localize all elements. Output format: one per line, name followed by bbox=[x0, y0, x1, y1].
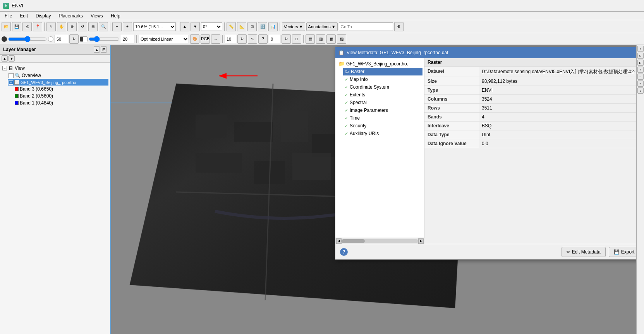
zoom-in-btn[interactable]: + bbox=[123, 22, 132, 31]
meta-value: 98,982,112 bytes bbox=[479, 77, 644, 86]
dtree-security[interactable]: ✓ Security bbox=[343, 122, 422, 130]
panel-btn7[interactable]: ↓ bbox=[637, 87, 644, 94]
panel-btn4[interactable]: + bbox=[637, 67, 644, 73]
view-expand-btn[interactable]: − bbox=[2, 66, 7, 70]
size-btn3[interactable]: ▦ bbox=[326, 34, 336, 44]
dtree-spectral[interactable]: ✓ Spectral bbox=[343, 99, 422, 106]
panel-btn6[interactable]: + bbox=[637, 81, 644, 87]
band-ratio-btn[interactable]: 🔢 bbox=[258, 22, 267, 31]
dtree-coordsys[interactable]: ✓ Coordinate System bbox=[343, 83, 422, 91]
dtree-raster[interactable]: 🗂 Raster bbox=[343, 68, 422, 75]
pixel-btn[interactable]: ⊡ bbox=[247, 22, 257, 31]
arrows-btn[interactable]: ↔ bbox=[211, 34, 220, 44]
rgb-btn[interactable]: RGB bbox=[201, 34, 210, 44]
contrast-dark-btn[interactable] bbox=[80, 36, 88, 42]
stretch-select[interactable]: Optimized Linear bbox=[139, 35, 189, 43]
query-btn[interactable]: ? bbox=[258, 34, 268, 44]
brightness-dark-btn[interactable] bbox=[2, 36, 7, 42]
panel-btn1[interactable]: ↑ bbox=[637, 46, 644, 52]
tree-band1[interactable]: Band 1 (0.4840) bbox=[14, 99, 108, 106]
select-tool-btn[interactable]: ↖ bbox=[46, 22, 56, 31]
brightness-slider[interactable] bbox=[8, 36, 47, 42]
help-button[interactable]: ? bbox=[340, 248, 348, 256]
scroll-right-btn[interactable]: ▶ bbox=[418, 238, 424, 244]
dtree-extents[interactable]: ✓ Extents bbox=[343, 91, 422, 99]
menu-help[interactable]: Help bbox=[108, 12, 124, 19]
panel-btn2[interactable]: S bbox=[637, 53, 644, 59]
scroll-thumb[interactable] bbox=[342, 239, 365, 243]
menu-display[interactable]: Display bbox=[33, 12, 54, 19]
menu-views[interactable]: Views bbox=[88, 12, 106, 19]
vectors-dropdown[interactable]: Vectors ▼ bbox=[282, 22, 305, 31]
vectors-label: Vectors bbox=[284, 24, 298, 29]
tree-hscrollbar[interactable]: ◀ ▶ bbox=[335, 238, 424, 244]
layer-collapse-btn[interactable]: ▲ bbox=[94, 46, 100, 53]
zoom-level-select[interactable]: 19.6% (1:5.1... bbox=[133, 22, 176, 31]
zoom-tool-btn[interactable]: ⊕ bbox=[67, 22, 77, 31]
tree-down-btn[interactable]: ▼ bbox=[9, 55, 15, 62]
print-btn[interactable]: 🖨 bbox=[22, 22, 32, 31]
up-btn[interactable]: ▲ bbox=[180, 22, 189, 31]
area-btn[interactable]: 📐 bbox=[237, 22, 246, 31]
gf1-expand-btn[interactable]: − bbox=[9, 80, 13, 85]
map-canvas[interactable]: 📋 View Metadata: GF1_WFV3_Beijing_rpcort… bbox=[110, 45, 644, 334]
menu-placemarks[interactable]: Placemarks bbox=[55, 12, 86, 19]
tree-band2[interactable]: Band 2 (0.5600) bbox=[14, 92, 108, 99]
edit-metadata-btn[interactable]: ✏ Edit Metadata bbox=[562, 247, 606, 257]
tree-gf1-layer[interactable]: − ✓ GF1_WFV3_Beijing_rpcortho bbox=[8, 79, 108, 86]
size-btn1[interactable]: ▤ bbox=[306, 34, 315, 44]
dtree-auxuris[interactable]: ✓ Auxiliary URIs bbox=[343, 130, 422, 137]
open-file-btn[interactable]: 📂 bbox=[2, 22, 11, 31]
rotate-tool-btn[interactable]: ↺ bbox=[78, 22, 87, 31]
main-area: Layer Manager ▲ ⊞ ▲ ▼ − 🖥 View 🔍 Overvie… bbox=[0, 45, 644, 334]
menu-file[interactable]: File bbox=[2, 12, 15, 19]
gf1-checkbox[interactable]: ✓ bbox=[14, 80, 19, 85]
tree-up-btn[interactable]: ▲ bbox=[2, 55, 8, 62]
save-btn[interactable]: 💾 bbox=[12, 22, 21, 31]
down-btn[interactable]: ▼ bbox=[191, 22, 200, 31]
brightness-value-input[interactable] bbox=[55, 35, 68, 43]
dtree-imageparams[interactable]: ✓ Image Parameters bbox=[343, 106, 422, 114]
annotations-label: Annotations bbox=[308, 24, 331, 29]
dtree-time[interactable]: ✓ Time bbox=[343, 114, 422, 122]
contrast-value-input[interactable] bbox=[121, 35, 134, 43]
refresh3-btn[interactable]: ↻ bbox=[282, 34, 291, 44]
goto-settings-btn[interactable]: ⚙ bbox=[394, 22, 404, 31]
spectra-btn[interactable]: 📊 bbox=[268, 22, 278, 31]
extents-icon: ✓ bbox=[345, 92, 348, 98]
tree-band3[interactable]: Band 3 (0.6650) bbox=[14, 86, 108, 92]
cursor-btn[interactable]: ↖ bbox=[248, 34, 257, 44]
color-table-btn[interactable]: 🎨 bbox=[190, 34, 199, 44]
rotation-select[interactable]: 0° bbox=[201, 22, 222, 31]
pin-btn[interactable]: 📍 bbox=[33, 22, 42, 31]
annotations-dropdown[interactable]: Annotations ▼ bbox=[306, 22, 338, 31]
param1-input[interactable] bbox=[225, 35, 236, 43]
param2-input[interactable] bbox=[269, 35, 280, 43]
panel-btn3[interactable]: R bbox=[637, 60, 644, 66]
meta-table: DatasetD:\Data\remote sensing data\ENVI5… bbox=[424, 67, 644, 244]
size-btn4[interactable]: ▧ bbox=[337, 34, 346, 44]
pan-tool-btn[interactable]: ✋ bbox=[57, 22, 66, 31]
goto-input[interactable] bbox=[339, 22, 393, 31]
brightness-light-btn[interactable] bbox=[48, 36, 53, 42]
refresh2-btn[interactable]: ↻ bbox=[237, 34, 247, 44]
contrast-slider[interactable] bbox=[89, 36, 120, 42]
size-btn2[interactable]: ▥ bbox=[316, 34, 325, 44]
refresh-btn[interactable]: ↻ bbox=[69, 34, 79, 44]
menu-edit[interactable]: Edit bbox=[17, 12, 31, 19]
dtree-root[interactable]: 📁 GF1_WFV3_Beijing_rpcortho. bbox=[337, 60, 422, 68]
tree-view-root[interactable]: − 🖥 View bbox=[2, 64, 108, 72]
svg-rect-7 bbox=[196, 153, 242, 173]
tree-overview[interactable]: 🔍 Overview bbox=[8, 72, 108, 79]
ruler-btn[interactable]: 📏 bbox=[227, 22, 236, 31]
shape-btn[interactable]: □ bbox=[292, 34, 301, 44]
zoom-rect-btn[interactable]: ⊞ bbox=[88, 22, 98, 31]
dtree-mapinfo[interactable]: ✓ Map Info bbox=[343, 75, 422, 83]
metadata-dialog[interactable]: 📋 View Metadata: GF1_WFV3_Beijing_rpcort… bbox=[335, 47, 644, 260]
overview-btn[interactable]: 🔍 bbox=[99, 22, 108, 31]
scroll-left-btn[interactable]: ◀ bbox=[336, 238, 342, 244]
layer-expand-btn[interactable]: ⊞ bbox=[101, 46, 107, 53]
zoom-out-btn[interactable]: − bbox=[112, 22, 122, 31]
panel-btn5[interactable]: − bbox=[637, 74, 644, 80]
overview-checkbox[interactable] bbox=[9, 73, 14, 78]
